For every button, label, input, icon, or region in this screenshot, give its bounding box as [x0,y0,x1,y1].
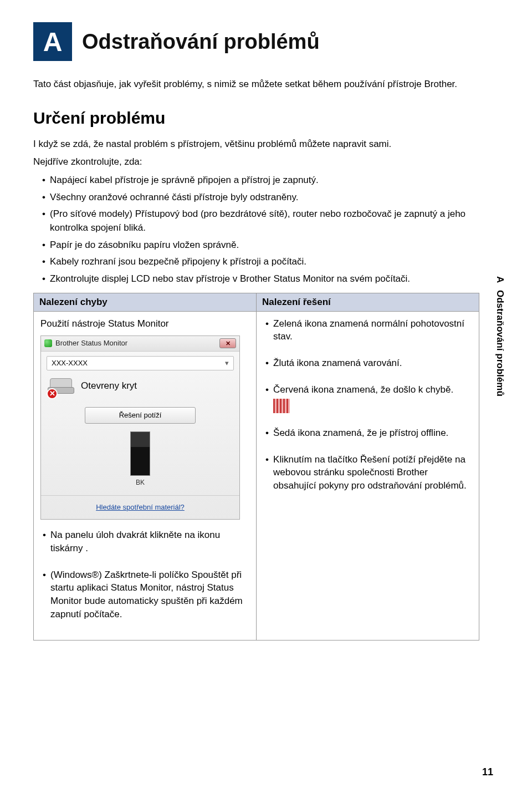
left-subtitle: Použití nástroje Status Monitor [40,317,249,331]
close-icon[interactable]: ✕ [219,338,236,348]
section-lead: I když se zdá, že nastal problém s příst… [33,138,493,151]
side-tab-letter: A [494,276,505,283]
check-item: Papír je do zásobníku papíru vložen sprá… [42,238,493,252]
ink-level-icon [130,431,150,476]
appendix-header: A Odstraňování problémů [33,22,493,61]
appendix-title: Odstraňování problémů [82,30,320,54]
sm-status-row: ✕ Otevreny kryt [48,375,233,397]
check-list: Napájecí kabel přístroje je správně přip… [33,174,493,286]
left-bullets: Na panelu úloh dvakrát klikněte na ikonu… [40,528,249,621]
th-find-solution: Nalezení řešení [257,293,479,311]
check-item: Všechny oranžové ochranné části přístroj… [42,191,493,205]
cell-left: Použití nástroje Status Monitor Brother … [34,311,257,640]
appendix-letter-badge: A [33,22,72,61]
section-title: Určení problému [33,109,493,128]
intro-paragraph: Tato část objasňuje, jak vyřešit problém… [33,78,493,91]
solution-item: Červená ikona znamená, že došlo k chybě. [263,383,472,413]
sm-app-icon [44,339,52,347]
side-tab-label: Odstraňování problémů [495,290,505,397]
sm-model-dropdown[interactable]: XXX-XXXX ▾ [47,356,234,370]
sm-ink-label: BK [41,478,239,487]
solution-item: Žlutá ikona znamená varování. [263,357,472,370]
left-bullet: Na panelu úloh dvakrát klikněte na ikonu… [40,528,249,555]
troubleshoot-table: Nalezení chyby Nalezení řešení Použití n… [33,293,479,641]
th-find-error: Nalezení chyby [34,293,257,311]
error-stripes-icon [273,399,290,413]
status-monitor-window: Brother Status Monitor ✕ XXX-XXXX ▾ ✕ Ot… [40,336,240,520]
solution-item: Zelená ikona znamená normální pohotovost… [263,317,472,344]
check-item: Kabely rozhraní jsou bezpečně připojeny … [42,255,493,269]
sm-ink-row [41,431,239,476]
printer-error-icon: ✕ [48,375,74,397]
sm-troubleshoot-button[interactable]: Řešení potíží [85,407,196,424]
cell-right: Zelená ikona znamená normální pohotovost… [257,311,479,640]
solution-item: Kliknutím na tlačítko Řešení potíží přej… [263,453,472,492]
sm-model-value: XXX-XXXX [52,359,88,367]
sm-supplies-link[interactable]: Hledáte spotřební materiál? [41,495,239,519]
page-number: 11 [482,766,493,778]
check-item: Napájecí kabel přístroje je správně přip… [42,174,493,187]
solution-list: Zelená ikona znamená normální pohotovost… [263,317,472,492]
sm-status-text: Otevreny kryt [81,379,137,393]
check-pre: Nejdříve zkontrolujte, zda: [33,155,493,169]
check-item: (Pro síťové modely) Přístupový bod (pro … [42,207,493,235]
side-tab: A Odstraňování problémů [494,276,505,397]
sm-window-title: Brother Status Monitor [55,338,127,348]
left-bullet: (Windows®) Zaškrtnete-li políčko Spouště… [40,568,249,621]
check-item: Zkontrolujte displej LCD nebo stav příst… [42,272,493,286]
solution-item: Šedá ikona znamená, že je přístroj offli… [263,426,472,440]
sm-titlebar: Brother Status Monitor ✕ [41,336,239,351]
chevron-down-icon: ▾ [225,358,229,368]
